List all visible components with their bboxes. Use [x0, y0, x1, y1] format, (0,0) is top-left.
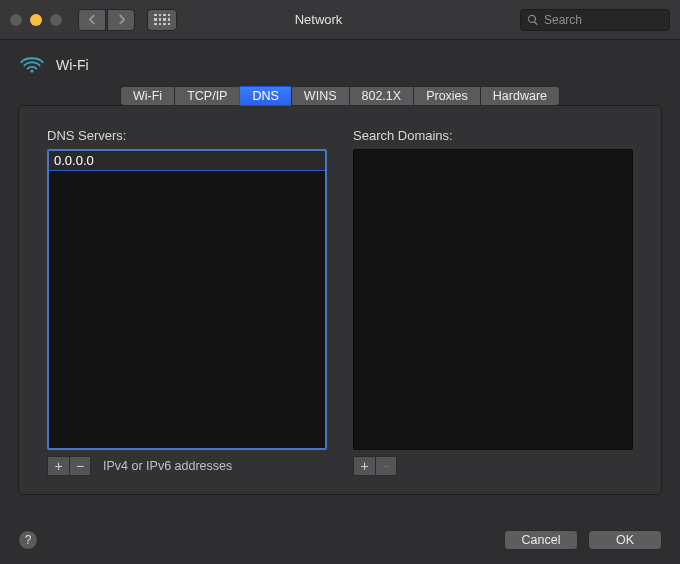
remove-search-domain-button: − [375, 456, 397, 476]
remove-dns-server-button[interactable]: − [69, 456, 91, 476]
tab-wins[interactable]: WINS [291, 86, 349, 106]
cancel-button[interactable]: Cancel [504, 530, 578, 550]
tab-tcpip[interactable]: TCP/IP [174, 86, 239, 106]
search-domains-list[interactable] [353, 149, 633, 450]
content: Wi-Fi Wi-Fi TCP/IP DNS WINS 802.1X Proxi… [0, 40, 680, 495]
search-domains-controls: + − [353, 456, 633, 476]
traffic-lights [10, 14, 62, 26]
search-domains-label: Search Domains: [353, 128, 633, 143]
dns-servers-column: DNS Servers: 0.0.0.0 + − IPv4 or IPv6 ad… [47, 128, 327, 476]
tab-proxies[interactable]: Proxies [413, 86, 480, 106]
dns-server-entry[interactable]: 0.0.0.0 [49, 151, 325, 171]
interface-header: Wi-Fi [18, 52, 662, 86]
tab-wifi[interactable]: Wi-Fi [120, 86, 174, 106]
titlebar: Network [0, 0, 680, 40]
dns-servers-hint: IPv4 or IPv6 addresses [103, 459, 232, 473]
add-search-domain-button[interactable]: + [353, 456, 375, 476]
tab-dns[interactable]: DNS [239, 86, 290, 106]
chevron-left-icon [88, 14, 97, 25]
close-window-button[interactable] [10, 14, 22, 26]
dns-panel: DNS Servers: 0.0.0.0 + − IPv4 or IPv6 ad… [18, 105, 662, 495]
zoom-window-button[interactable] [50, 14, 62, 26]
dns-servers-label: DNS Servers: [47, 128, 327, 143]
minimize-window-button[interactable] [30, 14, 42, 26]
wifi-icon [20, 56, 44, 74]
tabs: Wi-Fi TCP/IP DNS WINS 802.1X Proxies Har… [18, 86, 662, 106]
dns-servers-controls: + − IPv4 or IPv6 addresses [47, 456, 327, 476]
tab-8021x[interactable]: 802.1X [349, 86, 414, 106]
svg-point-0 [31, 70, 34, 73]
dns-servers-list[interactable]: 0.0.0.0 [47, 149, 327, 450]
footer: ? Cancel OK [18, 530, 662, 550]
window-title: Network [125, 12, 512, 27]
search-domains-column: Search Domains: + − [353, 128, 633, 476]
back-button[interactable] [78, 9, 106, 31]
ok-button[interactable]: OK [588, 530, 662, 550]
add-dns-server-button[interactable]: + [47, 456, 69, 476]
tab-hardware[interactable]: Hardware [480, 86, 560, 106]
search-icon [527, 14, 539, 26]
help-button[interactable]: ? [18, 530, 38, 550]
search-input[interactable] [544, 13, 680, 27]
interface-name: Wi-Fi [56, 57, 89, 73]
search-field[interactable] [520, 9, 670, 31]
